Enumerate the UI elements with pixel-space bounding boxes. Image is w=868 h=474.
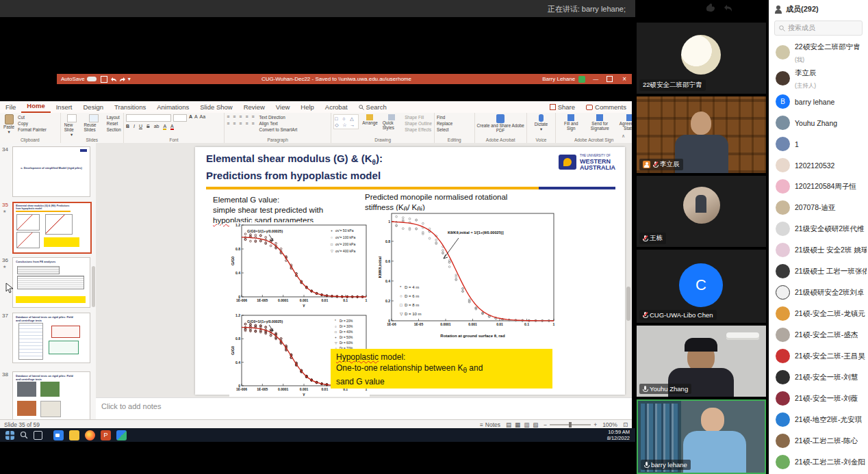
- member-row[interactable]: 21硕-安全二班-盛杰: [769, 324, 868, 345]
- restore-button[interactable]: [607, 76, 613, 82]
- undo-icon[interactable]: [110, 77, 117, 82]
- member-row[interactable]: 21硕-安全一班-刘薇: [769, 388, 868, 409]
- convert-smartart-button[interactable]: Convert to SmartArt: [259, 127, 298, 132]
- italic-button[interactable]: I: [133, 124, 135, 129]
- change-case-button[interactable]: Aa: [200, 114, 206, 119]
- video-tile-lilichen[interactable]: 李立辰: [637, 96, 766, 173]
- taskbar-powerpoint-icon[interactable]: P: [101, 430, 111, 440]
- columns-button[interactable]: ≡: [252, 121, 255, 126]
- underline-button[interactable]: U: [139, 124, 142, 129]
- font-color-button[interactable]: A: [170, 124, 174, 130]
- slide-sorter-button[interactable]: ▦: [515, 421, 520, 428]
- video-tile-wangdong[interactable]: 王栋: [637, 176, 766, 247]
- slide-thumbnail-37[interactable]: Database of lateral tests on rigid piles…: [12, 313, 90, 363]
- shrink-font-button[interactable]: A: [194, 114, 198, 119]
- bullets-button[interactable]: ≡: [227, 114, 229, 119]
- quick-styles-button[interactable]: Quick Styles: [381, 114, 403, 130]
- copy-button[interactable]: Copy: [18, 121, 47, 126]
- find-button[interactable]: Find: [437, 115, 472, 120]
- character-spacing-button[interactable]: ab: [154, 124, 159, 129]
- slideshow-button[interactable]: ▧: [533, 421, 538, 428]
- tab-acrobat[interactable]: Acrobat: [320, 102, 353, 113]
- member-row[interactable]: 21硕-地空2班-尤安琪: [769, 409, 868, 430]
- bold-button[interactable]: B: [126, 124, 129, 129]
- shape-effects-button[interactable]: Shape Effects: [405, 127, 432, 132]
- send-for-signature-button[interactable]: Send for Signature: [586, 114, 613, 131]
- video-tile-libochen[interactable]: C CUG-UWA-Libo Chen: [637, 250, 766, 323]
- member-row[interactable]: Youhu Zhang: [769, 112, 868, 133]
- tab-transitions[interactable]: Transitions: [109, 102, 151, 113]
- notes-placeholder[interactable]: Click to add notes: [101, 402, 161, 410]
- shape-gallery[interactable]: □○△ ◇☆→: [333, 114, 359, 129]
- slide-thumbnail-35-current[interactable]: Elemental shear modulus (G) & (Kθ): Pred…: [12, 202, 92, 254]
- thumbnail-scrollbar[interactable]: [92, 266, 95, 307]
- taskbar-file-explorer-icon[interactable]: [69, 430, 79, 440]
- replace-button[interactable]: Replace: [437, 121, 472, 126]
- tab-review[interactable]: Review: [238, 102, 270, 113]
- member-row[interactable]: 1: [769, 133, 868, 155]
- autosave-switch[interactable]: [87, 77, 97, 81]
- autosave-toggle[interactable]: AutoSave: [61, 76, 97, 82]
- highlight-color-button[interactable]: A: [163, 124, 166, 130]
- save-icon[interactable]: [101, 76, 107, 83]
- reaction-icons[interactable]: [705, 3, 734, 12]
- zoom-slider[interactable]: [550, 424, 591, 425]
- slide-thumbnail-36[interactable]: Conclusions from FE analyses: [12, 257, 90, 308]
- raise-hand-icon[interactable]: [705, 3, 717, 12]
- member-row[interactable]: 21硕-工岩二班-刘金阳: [769, 451, 868, 473]
- minimize-button[interactable]: —: [589, 76, 602, 82]
- paste-button[interactable]: Paste▾: [2, 114, 16, 134]
- tab-insert[interactable]: Insert: [51, 102, 78, 113]
- member-row[interactable]: 21级硕士 工岩一班张依杰: [769, 261, 868, 282]
- video-tile-youhu[interactable]: Youhu Zhang: [637, 326, 766, 397]
- redo-icon[interactable]: [119, 77, 126, 82]
- shape-outline-button[interactable]: Shape Outline: [405, 121, 432, 126]
- format-painter-button[interactable]: Format Painter: [18, 127, 47, 132]
- member-search-input[interactable]: 搜索成员: [774, 21, 863, 36]
- grow-font-button[interactable]: A: [189, 114, 192, 119]
- dictate-button[interactable]: Dictate▾: [533, 114, 550, 131]
- taskbar-meeting-app-icon[interactable]: [53, 430, 64, 440]
- close-button[interactable]: ×: [617, 75, 632, 83]
- notes-pane[interactable]: Click to add notes: [96, 397, 632, 420]
- collapse-ribbon-icon[interactable]: ∧: [622, 133, 625, 139]
- member-row[interactable]: 21硕-安全二班-龙镇元: [769, 303, 868, 324]
- normal-view-button[interactable]: ▤: [506, 421, 511, 428]
- member-row[interactable]: 21级安全硕研2班代维: [769, 218, 868, 239]
- fill-and-sign-button[interactable]: Fill and Sign: [558, 114, 584, 131]
- align-left-button[interactable]: ≡: [227, 121, 229, 126]
- select-button[interactable]: Select: [437, 127, 472, 132]
- canvas-scrollbar[interactable]: [626, 150, 630, 389]
- line-spacing-button[interactable]: ≡: [252, 114, 255, 119]
- arrange-button[interactable]: Arrange: [361, 114, 379, 125]
- strikethrough-button[interactable]: S: [146, 124, 150, 129]
- font-name-select[interactable]: [126, 114, 171, 122]
- tab-design[interactable]: Design: [77, 102, 109, 113]
- zoom-level[interactable]: 100%: [602, 421, 617, 428]
- shape-fill-button[interactable]: Shape Fill: [405, 115, 432, 120]
- justify-button[interactable]: ≡: [245, 121, 248, 126]
- reset-button[interactable]: Reset: [107, 121, 121, 126]
- tab-slide-show[interactable]: Slide Show: [194, 102, 238, 113]
- new-slide-button[interactable]: New Slide▾: [63, 114, 81, 137]
- member-row[interactable]: 李立辰(主持人): [769, 65, 868, 91]
- indent-less-button[interactable]: ≡: [239, 114, 242, 119]
- text-direction-button[interactable]: Text Direction: [259, 115, 298, 120]
- start-button[interactable]: [5, 431, 14, 440]
- member-row[interactable]: 21级硕士 安全2班 姚瑞: [769, 239, 868, 261]
- ribbon-search[interactable]: Search: [353, 102, 392, 113]
- layout-button[interactable]: Layout: [107, 115, 121, 120]
- member-row[interactable]: 207078-迪亚: [769, 197, 868, 218]
- zoom-out-button[interactable]: −: [544, 421, 547, 428]
- member-row[interactable]: 21硕-安全一班-刘慧: [769, 367, 868, 388]
- member-row[interactable]: 1202120584周子恒: [769, 176, 868, 197]
- align-right-button[interactable]: ≡: [239, 121, 242, 126]
- tab-file[interactable]: File: [0, 102, 21, 113]
- cut-button[interactable]: Cut: [18, 115, 47, 120]
- member-row[interactable]: 21硕-安全二班-王昌昊: [769, 345, 868, 367]
- indent-more-button[interactable]: ≡: [245, 114, 248, 119]
- slide-thumbnail-38[interactable]: Database of lateral tests on rigid piles…: [12, 371, 90, 422]
- share-button[interactable]: Share: [544, 102, 580, 113]
- tab-view[interactable]: View: [270, 102, 295, 113]
- taskbar-search-icon[interactable]: [20, 431, 28, 439]
